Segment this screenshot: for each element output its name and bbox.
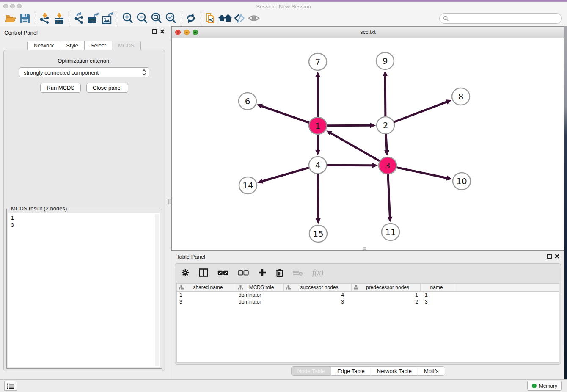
- list-icon: [7, 383, 14, 389]
- network-graph[interactable]: 7968124314101511: [172, 38, 564, 250]
- desktop-background-edge: [564, 26, 567, 392]
- import-network-icon: [39, 12, 51, 25]
- column-header-mcds-role[interactable]: MCDS role: [236, 284, 284, 291]
- graph-edge-3-1[interactable]: [330, 133, 380, 161]
- zoom-out-icon: [136, 12, 149, 25]
- graph-edge-4-15[interactable]: [318, 174, 318, 219]
- toolbar-separator: [118, 11, 118, 25]
- search-field[interactable]: [439, 13, 562, 24]
- criterion-value: strongly connected component: [24, 69, 99, 76]
- tree-icon: [354, 285, 358, 290]
- tab-network-table[interactable]: Network Table: [371, 367, 418, 375]
- hide-panels-button[interactable]: [232, 11, 247, 25]
- show-panels-button[interactable]: [247, 11, 261, 25]
- network-window-titlebar[interactable]: x − + scc.txt: [172, 27, 564, 38]
- close-panel-icon[interactable]: [160, 29, 165, 34]
- tab-node-table[interactable]: Node Table: [291, 367, 331, 375]
- close-panel-button[interactable]: Close panel: [86, 83, 128, 93]
- mcds-result-title: MCDS result (2 nodes): [9, 205, 69, 212]
- zoom-out-button[interactable]: [135, 11, 149, 25]
- open-session-button[interactable]: [3, 11, 18, 25]
- toolbar-separator: [69, 11, 69, 25]
- tab-edge-table[interactable]: Edge Table: [331, 367, 371, 375]
- graph-edge-arrowhead: [384, 150, 389, 156]
- graph-node-label: 15: [313, 229, 323, 239]
- column-header-name[interactable]: name: [421, 284, 456, 291]
- table-panel-title: Table Panel: [176, 254, 205, 260]
- graph-edge-3-10[interactable]: [396, 167, 448, 178]
- checked-boxes-icon: [217, 270, 228, 276]
- graph-edge-2-9[interactable]: [385, 75, 385, 116]
- zoom-in-button[interactable]: [121, 11, 135, 25]
- node-table-container: f(x) shared name MCDS role successor nod…: [175, 263, 561, 365]
- graph-node-label: 7: [315, 57, 321, 67]
- export-table-icon: [87, 12, 100, 25]
- graph-edge-2-3[interactable]: [386, 134, 387, 151]
- network-canvas[interactable]: 7968124314101511: [172, 38, 564, 250]
- task-history-button[interactable]: [4, 381, 17, 391]
- zoom-fit-button[interactable]: [149, 11, 164, 25]
- graph-node-label: 1: [315, 121, 321, 131]
- node-table[interactable]: shared name MCDS role successor nodes pr…: [176, 283, 559, 363]
- zoom-selected-button[interactable]: [164, 11, 178, 25]
- table-row[interactable]: 1 dominator 4 1 1: [177, 292, 559, 298]
- float-panel-icon[interactable]: [152, 29, 157, 34]
- panel-divider[interactable]: [168, 26, 171, 379]
- graph-edge-4-14[interactable]: [262, 168, 309, 182]
- float-table-panel-icon[interactable]: [547, 254, 552, 259]
- apply-layout-button[interactable]: [184, 11, 198, 25]
- deselect-all-button[interactable]: [238, 270, 249, 276]
- criterion-dropdown[interactable]: strongly connected component: [19, 67, 149, 77]
- select-all-button[interactable]: [217, 270, 228, 276]
- export-network-button[interactable]: [72, 11, 86, 25]
- home-view-button[interactable]: [218, 11, 232, 25]
- tab-network[interactable]: Network: [27, 41, 60, 50]
- session-title: Session: New Session: [0, 3, 567, 10]
- result-scrollbar[interactable]: [155, 214, 159, 366]
- export-image-button[interactable]: [101, 11, 115, 25]
- graph-edge-1-2[interactable]: [327, 125, 371, 126]
- zoom-in-icon: [121, 12, 134, 25]
- graph-edge-2-8[interactable]: [394, 102, 448, 122]
- run-mcds-button[interactable]: Run MCDS: [40, 83, 81, 93]
- network-view-window: x − + scc.txt 7968124314101511: [171, 26, 564, 251]
- duplicate-network-button[interactable]: [204, 11, 218, 25]
- unchecked-boxes-icon: [238, 270, 249, 276]
- delete-table-icon: [293, 269, 303, 276]
- memory-button[interactable]: Memory: [527, 381, 562, 391]
- table-header-row: shared name MCDS role successor nodes pr…: [177, 284, 559, 292]
- column-layout-button[interactable]: [199, 268, 208, 277]
- tab-style[interactable]: Style: [60, 41, 84, 50]
- memory-label: Memory: [539, 383, 557, 389]
- graph-edge-3-11[interactable]: [388, 174, 390, 218]
- toolbar-separator: [35, 11, 35, 25]
- table-row[interactable]: 3 dominator 3 2 3: [177, 298, 559, 305]
- table-toolbar: f(x): [175, 264, 561, 282]
- graph-edge-4-3[interactable]: [327, 165, 373, 166]
- toolbar-separator: [201, 11, 201, 25]
- add-column-button[interactable]: [258, 268, 267, 277]
- control-panel: Control Panel Network Style Select MCDS …: [0, 26, 168, 379]
- tab-select[interactable]: Select: [84, 41, 112, 50]
- mcds-result-textarea[interactable]: 1 3: [8, 213, 160, 367]
- canvas-resize-grip[interactable]: [363, 247, 366, 250]
- duplicate-network-icon: [204, 12, 217, 25]
- export-table-button[interactable]: [86, 11, 101, 25]
- close-table-panel-icon[interactable]: [555, 254, 559, 259]
- mcds-result-groupbox: MCDS result (2 nodes) 1 3: [6, 209, 162, 369]
- tree-icon: [238, 285, 243, 290]
- column-header-predecessor-nodes[interactable]: predecessor nodes: [352, 284, 421, 291]
- import-table-button[interactable]: [52, 11, 66, 25]
- search-input[interactable]: [451, 16, 561, 22]
- import-network-button[interactable]: [38, 11, 52, 25]
- tab-motifs[interactable]: Motifs: [418, 367, 445, 375]
- divider-grip[interactable]: [168, 199, 171, 204]
- optimization-criterion-label: Optimization criterion:: [4, 58, 165, 64]
- graph-edge-1-6[interactable]: [261, 106, 309, 123]
- column-header-successor-nodes[interactable]: successor nodes: [284, 284, 352, 291]
- tab-mcds[interactable]: MCDS: [112, 41, 140, 50]
- delete-column-button[interactable]: [276, 268, 284, 277]
- save-session-button[interactable]: [18, 11, 32, 25]
- column-header-shared-name[interactable]: shared name: [177, 284, 236, 291]
- table-settings-button[interactable]: [181, 268, 190, 277]
